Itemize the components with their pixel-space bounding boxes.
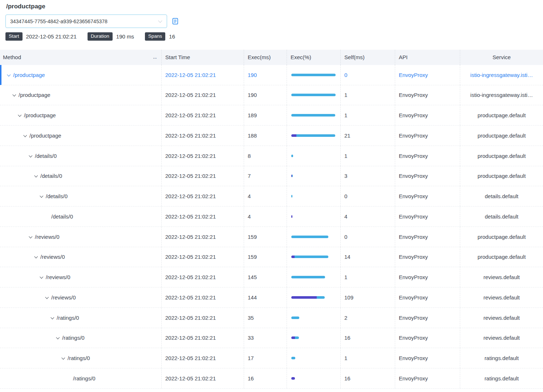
start-time-cell: 2022-12-05 21:02:21 <box>162 126 244 146</box>
trace-id-select[interactable]: 34347445-7755-4842-a939-623656745378 <box>5 15 167 28</box>
exec-ms-cell: 188 <box>244 126 287 146</box>
chevron-down-icon[interactable] <box>62 357 68 359</box>
exec-percent-cell <box>287 348 341 368</box>
exec-time-segment <box>292 175 293 177</box>
trace-header-section: /productpage 34347445-7755-4842-a939-623… <box>0 0 543 41</box>
method-label: /details/0 <box>51 213 73 220</box>
method-cell: /details/0 <box>0 207 162 226</box>
table-row[interactable]: /reviews/02022-12-05 21:02:2115914EnvoyP… <box>0 247 543 268</box>
exec-ms-cell: 4 <box>244 186 287 206</box>
method-cell: /ratings/0 <box>0 328 162 348</box>
duration-group: Duration 190 ms <box>88 32 134 41</box>
chevron-down-icon[interactable] <box>45 296 51 299</box>
self-ms-cell: 21 <box>341 126 395 146</box>
column-resize-icon[interactable]: ↔ <box>152 54 158 60</box>
chevron-down-icon[interactable] <box>51 317 57 319</box>
table-row[interactable]: /details/02022-12-05 21:02:2173EnvoyProx… <box>0 166 543 187</box>
chevron-down-icon[interactable] <box>13 94 19 96</box>
method-cell: /ratings/0 <box>0 348 162 368</box>
method-label: /ratings/0 <box>73 375 96 381</box>
duration-value: 190 ms <box>116 33 134 40</box>
chevron-down-icon[interactable] <box>18 114 24 117</box>
chevron-down-icon[interactable] <box>29 155 35 157</box>
self-time-segment <box>291 256 295 258</box>
method-cell: /ratings/0 <box>0 308 162 328</box>
api-cell: EnvoyProxy <box>395 105 460 125</box>
self-time-segment <box>291 134 296 137</box>
table-row[interactable]: /ratings/02022-12-05 21:02:213316EnvoyPr… <box>0 328 543 348</box>
column-header-self-ms: Self(ms) <box>341 50 395 65</box>
self-ms-cell: 14 <box>341 247 395 267</box>
table-row[interactable]: /details/02022-12-05 21:02:2181EnvoyProx… <box>0 146 543 166</box>
method-cell: /productpage <box>0 105 162 125</box>
table-row[interactable]: /ratings/02022-12-05 21:02:21171EnvoyPro… <box>0 348 543 368</box>
service-cell: productpage.default <box>460 247 543 267</box>
method-cell: /details/0 <box>0 166 162 186</box>
table-row[interactable]: /details/02022-12-05 21:02:2140EnvoyProx… <box>0 186 543 207</box>
exec-percent-cell <box>287 207 341 226</box>
self-ms-cell: 1 <box>341 146 395 166</box>
api-cell: EnvoyProxy <box>395 348 460 368</box>
table-row[interactable]: /reviews/02022-12-05 21:02:21144109Envoy… <box>0 287 543 308</box>
chevron-down-icon[interactable] <box>24 134 29 137</box>
table-row[interactable]: /productpage2022-12-05 21:02:211901Envoy… <box>0 85 543 106</box>
method-cell: /details/0 <box>0 186 162 206</box>
table-row[interactable]: /reviews/02022-12-05 21:02:211590EnvoyPr… <box>0 227 543 247</box>
chevron-down-icon[interactable] <box>29 236 35 238</box>
method-label: /details/0 <box>46 193 68 199</box>
exec-percent-cell <box>287 267 341 287</box>
start-time-cell: 2022-12-05 21:02:21 <box>162 146 244 166</box>
duration-badge: Duration <box>88 32 113 41</box>
start-time-cell: 2022-12-05 21:02:21 <box>162 166 244 186</box>
chevron-down-icon[interactable] <box>35 256 40 258</box>
exec-ms-cell: 190 <box>244 65 287 85</box>
chevron-down-icon[interactable] <box>40 195 46 197</box>
exec-time-segment <box>291 357 295 359</box>
column-header-label: Method <box>3 54 21 60</box>
table-row[interactable]: /productpage2022-12-05 21:02:2118821Envo… <box>0 126 543 146</box>
start-time-cell: 2022-12-05 21:02:21 <box>162 105 244 125</box>
service-cell: ratings.default <box>460 348 543 368</box>
self-ms-cell: 1 <box>341 105 395 125</box>
exec-percent-bar <box>291 195 292 197</box>
exec-time-segment <box>291 114 335 117</box>
method-label: /productpage <box>29 132 61 139</box>
table-row[interactable]: /productpage2022-12-05 21:02:211900Envoy… <box>0 65 543 85</box>
copy-icon[interactable] <box>171 17 179 25</box>
table-row[interactable]: /reviews/02022-12-05 21:02:211451EnvoyPr… <box>0 267 543 287</box>
exec-percent-cell <box>287 146 341 166</box>
chevron-down-icon[interactable] <box>35 175 40 177</box>
self-ms-cell: 3 <box>341 166 395 186</box>
api-cell: EnvoyProxy <box>395 328 460 348</box>
table-row[interactable]: /details/02022-12-05 21:02:2144EnvoyProx… <box>0 207 543 227</box>
service-cell: productpage.default <box>460 105 543 125</box>
exec-percent-bar <box>291 114 335 117</box>
service-cell: productpage.default <box>460 146 543 166</box>
method-label: /details/0 <box>40 173 62 179</box>
method-label: /reviews/0 <box>46 274 70 280</box>
trace-id-value: 34347445-7755-4842-a939-623656745378 <box>10 19 108 24</box>
start-group: Start 2022-12-05 21:02:21 <box>5 32 77 41</box>
method-label: /ratings/0 <box>57 315 79 321</box>
exec-percent-bar <box>291 336 299 339</box>
self-ms-cell: 109 <box>341 287 395 307</box>
exec-time-segment <box>291 155 293 157</box>
self-time-segment <box>291 336 295 339</box>
start-time-cell: 2022-12-05 21:02:21 <box>162 186 244 206</box>
self-ms-cell: 2 <box>341 308 395 328</box>
table-row[interactable]: /ratings/02022-12-05 21:02:211616EnvoyPr… <box>0 368 543 389</box>
start-time-cell: 2022-12-05 21:02:21 <box>162 227 244 247</box>
method-label: /productpage <box>24 112 56 118</box>
method-cell: /reviews/0 <box>0 227 162 247</box>
exec-percent-bar <box>291 357 295 359</box>
chevron-down-icon[interactable] <box>56 336 62 339</box>
exec-time-segment <box>317 296 325 299</box>
method-cell: /reviews/0 <box>0 287 162 307</box>
exec-time-segment <box>295 256 328 258</box>
chevron-down-icon[interactable] <box>40 276 46 278</box>
self-ms-cell: 0 <box>341 186 395 206</box>
table-row[interactable]: /productpage2022-12-05 21:02:211891Envoy… <box>0 105 543 126</box>
chevron-down-icon[interactable] <box>7 74 13 76</box>
exec-time-segment <box>296 134 335 137</box>
table-row[interactable]: /ratings/02022-12-05 21:02:21352EnvoyPro… <box>0 308 543 328</box>
